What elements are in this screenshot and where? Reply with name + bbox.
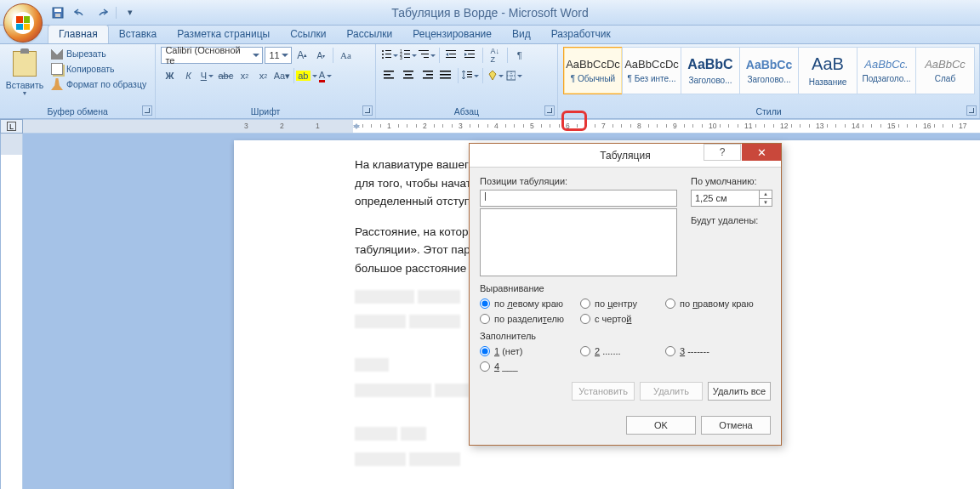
tab-position-input[interactable]: [480, 190, 677, 207]
copy-button[interactable]: Копировать: [48, 62, 150, 76]
default-tab-spinner[interactable]: 1,25 см ▲▼: [691, 190, 772, 207]
dec-indent-button[interactable]: [443, 47, 460, 64]
format-painter-button[interactable]: Формат по образцу: [48, 77, 150, 91]
align-left-button[interactable]: [381, 67, 398, 84]
tab-mailings[interactable]: Рассылки: [336, 26, 402, 43]
styles-launcher[interactable]: [966, 105, 977, 116]
numbering-button[interactable]: 123: [400, 47, 417, 64]
office-button[interactable]: [3, 3, 43, 43]
tab-review[interactable]: Рецензирование: [402, 26, 502, 43]
grow-font-icon[interactable]: A▴: [293, 47, 311, 64]
multilevel-button[interactable]: [419, 47, 436, 64]
clipboard-launcher[interactable]: [142, 105, 152, 116]
sort-button[interactable]: A↓Z: [487, 47, 504, 64]
svg-rect-25: [384, 74, 390, 76]
qat-dropdown-icon[interactable]: ▾: [122, 4, 139, 21]
tab-layout[interactable]: Разметка страницы: [167, 26, 280, 43]
radio-leader-1[interactable]: 1 (нет): [480, 346, 580, 356]
line-spacing-button[interactable]: [462, 67, 479, 84]
svg-rect-34: [440, 74, 451, 76]
font-launcher[interactable]: [362, 105, 373, 116]
svg-rect-37: [467, 74, 472, 75]
shading-button[interactable]: [487, 67, 504, 84]
set-button[interactable]: Установить: [572, 382, 635, 401]
window-title: Табуляция в Ворде - Microsoft Word: [391, 6, 588, 20]
svg-rect-33: [440, 71, 451, 72]
radio-leader-3[interactable]: 3 -------: [665, 346, 771, 356]
tab-home[interactable]: Главная: [48, 25, 109, 43]
clear-format-icon[interactable]: Aa: [337, 47, 354, 64]
tab-position-list[interactable]: [480, 208, 677, 276]
paragraph-launcher[interactable]: [544, 105, 555, 116]
align-center-button[interactable]: [400, 67, 417, 84]
tab-view[interactable]: Вид: [502, 26, 541, 43]
style-subtitle[interactable]: AaBbCc.Подзаголо...: [857, 47, 916, 94]
radio-align-decimal[interactable]: по разделителю: [480, 314, 580, 324]
svg-rect-22: [468, 54, 475, 54]
radio-leader-2[interactable]: 2 .......: [580, 346, 665, 356]
paste-icon: [13, 51, 37, 77]
svg-rect-27: [403, 71, 413, 72]
radio-align-center[interactable]: по центру: [580, 299, 665, 309]
style-gallery[interactable]: AaBbCcDc¶ Обычный AaBbCcDc¶ Без инте... …: [563, 47, 974, 94]
bold-button[interactable]: Ж: [161, 67, 178, 84]
style-nospacing[interactable]: AaBbCcDc¶ Без инте...: [622, 47, 681, 94]
bullets-button[interactable]: [381, 47, 398, 64]
style-normal[interactable]: AaBbCcDc¶ Обычный: [563, 47, 623, 94]
svg-rect-1: [54, 9, 61, 12]
delete-all-button[interactable]: Удалить все: [708, 382, 771, 401]
svg-rect-2: [55, 14, 60, 17]
style-title[interactable]: AaBНазвание: [798, 47, 858, 94]
style-h2[interactable]: AaBbCcЗаголово...: [739, 47, 799, 94]
superscript-button[interactable]: x2: [254, 67, 271, 84]
radio-leader-4[interactable]: 4 ___: [480, 361, 580, 372]
svg-rect-26: [384, 77, 394, 79]
redo-icon[interactable]: [94, 4, 111, 21]
cut-button[interactable]: Вырезать: [48, 47, 150, 60]
group-paragraph: 123 A↓Z ¶ Абзац: [376, 44, 558, 118]
svg-point-3: [382, 50, 384, 52]
tab-insert[interactable]: Вставка: [109, 26, 168, 43]
radio-align-right[interactable]: по правому краю: [665, 299, 771, 309]
justify-button[interactable]: [437, 67, 454, 84]
ok-button[interactable]: OK: [626, 416, 696, 435]
strike-button[interactable]: abc: [217, 67, 234, 84]
show-marks-button[interactable]: ¶: [511, 47, 528, 64]
undo-icon[interactable]: [71, 4, 88, 21]
borders-button[interactable]: [505, 67, 522, 84]
inc-indent-button[interactable]: [462, 47, 479, 64]
group-font: Calibri (Основной те 11 A▴ A▾ Aa Ж К Ч a…: [156, 44, 375, 118]
highlight-button[interactable]: ab: [298, 67, 315, 84]
tab-references[interactable]: Ссылки: [280, 26, 336, 43]
font-color-button[interactable]: A: [316, 67, 333, 84]
radio-align-left[interactable]: по левому краю: [480, 299, 580, 309]
save-icon[interactable]: [49, 4, 66, 21]
dialog-help-button[interactable]: ?: [704, 144, 741, 161]
cancel-button[interactable]: Отмена: [701, 416, 771, 435]
tab-selector[interactable]: L: [0, 119, 23, 134]
paste-button[interactable]: Вставить ▼: [5, 47, 44, 100]
svg-rect-30: [423, 71, 433, 72]
tab-developer[interactable]: Разработчик: [541, 26, 621, 43]
svg-text:3: 3: [400, 55, 402, 60]
horizontal-ruler[interactable]: 1234567891011121314151617123: [23, 119, 980, 134]
delete-button[interactable]: Удалить: [640, 382, 703, 401]
dialog-titlebar[interactable]: Табуляция ? ✕: [470, 144, 781, 168]
indent-marker[interactable]: [353, 120, 361, 133]
style-h1[interactable]: AaBbCЗаголово...: [681, 47, 740, 94]
svg-rect-18: [446, 50, 456, 51]
align-right-button[interactable]: [419, 67, 436, 84]
svg-rect-38: [467, 77, 472, 77]
radio-align-bar[interactable]: с чертой: [580, 314, 665, 324]
font-size-combo[interactable]: 11: [265, 47, 292, 64]
font-name-combo[interactable]: Calibri (Основной те: [161, 47, 263, 64]
style-weak[interactable]: AaBbCcСлаб: [915, 47, 975, 94]
svg-rect-29: [403, 77, 413, 79]
change-case-button[interactable]: Aa▾: [273, 67, 290, 84]
dialog-close-button[interactable]: ✕: [742, 144, 781, 161]
underline-button[interactable]: Ч: [198, 67, 215, 84]
shrink-font-icon[interactable]: A▾: [312, 47, 329, 64]
vertical-ruler[interactable]: [0, 134, 23, 489]
subscript-button[interactable]: x2: [236, 67, 253, 84]
italic-button[interactable]: К: [179, 67, 197, 84]
